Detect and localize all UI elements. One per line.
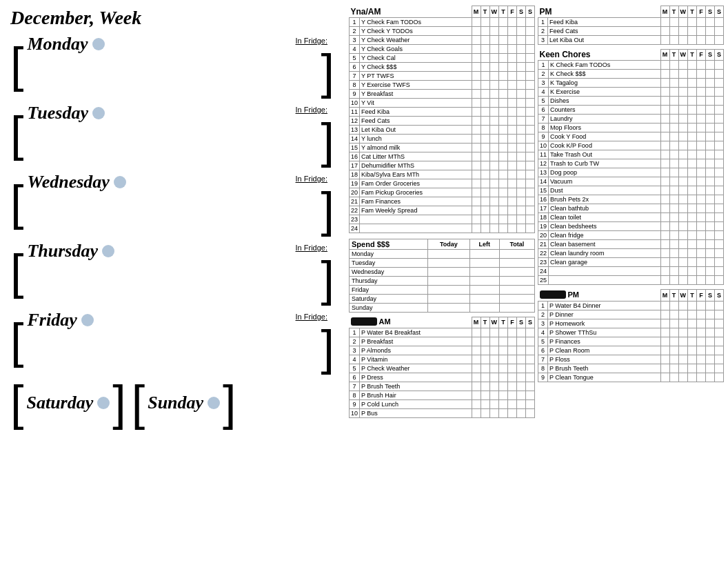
check-cell[interactable]: [508, 355, 517, 364]
check-cell[interactable]: [517, 116, 526, 125]
check-cell[interactable]: [706, 240, 715, 249]
check-cell[interactable]: [499, 134, 508, 143]
spend-total[interactable]: [499, 294, 534, 303]
check-cell[interactable]: [517, 62, 526, 71]
check-cell[interactable]: [517, 143, 526, 152]
check-cell[interactable]: [697, 222, 706, 231]
check-cell[interactable]: [715, 301, 724, 310]
check-cell[interactable]: [472, 224, 481, 233]
check-cell[interactable]: [706, 97, 715, 106]
check-cell[interactable]: [669, 231, 678, 240]
check-cell[interactable]: [472, 197, 481, 206]
check-cell[interactable]: [697, 115, 706, 124]
check-cell[interactable]: [715, 355, 724, 364]
check-cell[interactable]: [517, 337, 526, 346]
check-cell[interactable]: [508, 62, 517, 71]
check-cell[interactable]: [526, 35, 535, 44]
check-cell[interactable]: [472, 206, 481, 215]
check-cell[interactable]: [669, 276, 678, 285]
check-cell[interactable]: [688, 301, 697, 310]
check-cell[interactable]: [688, 204, 697, 213]
check-cell[interactable]: [508, 71, 517, 80]
check-cell[interactable]: [526, 337, 535, 346]
check-cell[interactable]: [697, 258, 706, 267]
check-cell[interactable]: [508, 400, 517, 409]
check-cell[interactable]: [508, 188, 517, 197]
check-cell[interactable]: [526, 328, 535, 337]
check-cell[interactable]: [697, 150, 706, 159]
spend-left[interactable]: [469, 294, 499, 303]
check-cell[interactable]: [678, 213, 688, 222]
check-cell[interactable]: [688, 346, 697, 355]
check-cell[interactable]: [517, 382, 526, 391]
check-cell[interactable]: [715, 310, 724, 319]
check-cell[interactable]: [715, 231, 724, 240]
check-cell[interactable]: [660, 35, 669, 44]
check-cell[interactable]: [697, 141, 706, 150]
check-cell[interactable]: [697, 346, 706, 355]
spend-total[interactable]: [499, 303, 534, 312]
check-cell[interactable]: [706, 310, 715, 319]
check-cell[interactable]: [508, 197, 517, 206]
check-cell[interactable]: [526, 98, 535, 107]
check-cell[interactable]: [508, 373, 517, 382]
check-cell[interactable]: [688, 249, 697, 258]
check-cell[interactable]: [678, 132, 688, 141]
check-cell[interactable]: [688, 159, 697, 168]
check-cell[interactable]: [481, 409, 489, 418]
check-cell[interactable]: [526, 373, 535, 382]
check-cell[interactable]: [715, 35, 724, 44]
check-cell[interactable]: [678, 301, 688, 310]
check-cell[interactable]: [715, 70, 724, 79]
check-cell[interactable]: [660, 88, 669, 97]
check-cell[interactable]: [508, 26, 517, 35]
check-cell[interactable]: [715, 364, 724, 373]
spend-today[interactable]: [428, 258, 469, 267]
check-cell[interactable]: [706, 79, 715, 88]
check-cell[interactable]: [472, 53, 481, 62]
check-cell[interactable]: [526, 53, 535, 62]
check-cell[interactable]: [660, 61, 669, 70]
check-cell[interactable]: [489, 188, 499, 197]
check-cell[interactable]: [481, 391, 489, 400]
check-cell[interactable]: [678, 61, 688, 70]
check-cell[interactable]: [715, 240, 724, 249]
check-cell[interactable]: [517, 215, 526, 224]
check-cell[interactable]: [688, 195, 697, 204]
spend-left[interactable]: [469, 258, 499, 267]
check-cell[interactable]: [678, 337, 688, 346]
check-cell[interactable]: [660, 124, 669, 132]
check-cell[interactable]: [697, 132, 706, 141]
check-cell[interactable]: [715, 97, 724, 106]
check-cell[interactable]: [688, 35, 697, 44]
check-cell[interactable]: [517, 355, 526, 364]
check-cell[interactable]: [526, 80, 535, 89]
check-cell[interactable]: [508, 44, 517, 53]
check-cell[interactable]: [715, 124, 724, 132]
check-cell[interactable]: [526, 391, 535, 400]
check-cell[interactable]: [499, 143, 508, 152]
spend-today[interactable]: [428, 249, 469, 258]
check-cell[interactable]: [472, 116, 481, 125]
check-cell[interactable]: [715, 186, 724, 195]
check-cell[interactable]: [508, 17, 517, 26]
check-cell[interactable]: [508, 224, 517, 233]
check-cell[interactable]: [499, 224, 508, 233]
check-cell[interactable]: [481, 116, 489, 125]
check-cell[interactable]: [669, 132, 678, 141]
check-cell[interactable]: [481, 80, 489, 89]
check-cell[interactable]: [715, 319, 724, 328]
check-cell[interactable]: [481, 346, 489, 355]
check-cell[interactable]: [472, 26, 481, 35]
check-cell[interactable]: [526, 197, 535, 206]
spend-total[interactable]: [499, 267, 534, 276]
check-cell[interactable]: [715, 132, 724, 141]
check-cell[interactable]: [678, 70, 688, 79]
check-cell[interactable]: [526, 116, 535, 125]
check-cell[interactable]: [481, 62, 489, 71]
check-cell[interactable]: [499, 400, 508, 409]
check-cell[interactable]: [508, 382, 517, 391]
check-cell[interactable]: [508, 328, 517, 337]
check-cell[interactable]: [669, 97, 678, 106]
check-cell[interactable]: [715, 88, 724, 97]
